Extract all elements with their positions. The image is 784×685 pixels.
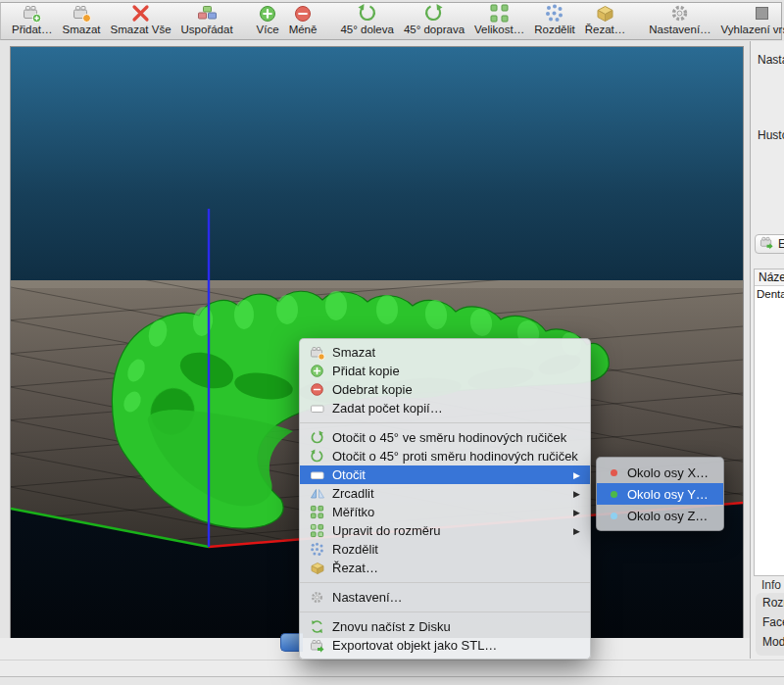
- menu-item-otocit-45-ccw[interactable]: Otočit o 45° proti směru hodinových ruči…: [300, 447, 590, 465]
- minus-circle-icon: [309, 382, 325, 398]
- mirror-icon: [309, 486, 325, 502]
- plus-circle-icon: [258, 3, 277, 24]
- toolbar-delete-button[interactable]: Smazat: [58, 2, 106, 37]
- submenu-item-label: Okolo osy Z…: [627, 509, 708, 523]
- toolbar-fewer-button[interactable]: Méně: [284, 2, 322, 37]
- copies-count-icon: [309, 401, 325, 416]
- context-menu: Smazat Přidat kopie Odebrat kopie Zadat …: [299, 338, 591, 660]
- reload-icon: [309, 619, 325, 635]
- delete-object-icon: [72, 3, 92, 24]
- toolbar-split-button[interactable]: Rozdělit: [529, 2, 580, 37]
- menu-item-smazat[interactable]: Smazat: [300, 343, 590, 362]
- toolbar-button-label: 45° doleva: [340, 24, 393, 36]
- menu-item-exportovat-stl[interactable]: Exportovat objekt jako STL…: [300, 636, 590, 655]
- submenu-arrow-icon: ▶: [573, 526, 580, 536]
- info-row-model: Mod: [756, 632, 784, 652]
- split-icon: [309, 542, 325, 558]
- rotate-right-icon: [423, 3, 444, 24]
- submenu-item-okolo-osy-z[interactable]: Okolo osy Z…: [597, 505, 723, 526]
- rotate-submenu: Okolo osy X… Okolo osy Y… Okolo osy Z…: [596, 457, 724, 531]
- toolbar-button-label: Velikost…: [474, 24, 524, 36]
- info-title: Info: [761, 578, 781, 592]
- rotate-cw-icon: [309, 430, 325, 446]
- cut-icon: [595, 3, 615, 24]
- toolbar-more-button[interactable]: Více: [252, 2, 284, 37]
- rotate-ccw-icon: [309, 449, 325, 465]
- menu-item-label: Odebrat kopie: [332, 382, 580, 397]
- submenu-item-label: Okolo osy Y…: [627, 487, 709, 502]
- menu-item-rezat[interactable]: Řezat…: [300, 559, 590, 577]
- toolbar-button-label: Uspořádat: [181, 24, 233, 36]
- gear-icon: [669, 3, 690, 24]
- minus-circle-icon: [293, 3, 313, 24]
- menu-item-upravit-do-rozmeru[interactable]: Upravit do rozměru ▶: [300, 521, 590, 540]
- submenu-item-label: Okolo osy X…: [627, 465, 709, 480]
- menu-item-label: Nastavení…: [332, 590, 580, 605]
- menu-item-meritko[interactable]: Měřítko ▶: [300, 503, 590, 521]
- menu-item-label: Řezat…: [332, 561, 580, 575]
- toolbar-cut-button[interactable]: Řezat…: [580, 2, 631, 37]
- menu-separator: [300, 582, 590, 583]
- menu-item-znovu-nacist[interactable]: Znovu načíst z Disku: [300, 617, 590, 636]
- axis-y-dot-icon: [611, 491, 617, 498]
- toolbar-button-label: Více: [257, 24, 279, 36]
- plus-circle-icon: [309, 364, 325, 379]
- axis-x-dot-icon: [611, 469, 617, 476]
- right-panel: Nastav Husto E Název Dental_ Info Rozm F…: [751, 41, 784, 659]
- scale-icon: [309, 505, 325, 520]
- toolbar-rotate-right-button[interactable]: 45° doprava: [399, 2, 469, 37]
- menu-item-nastaveni[interactable]: Nastavení…: [300, 588, 590, 607]
- menu-item-label: Exportovat objekt jako STL…: [332, 638, 580, 653]
- menu-item-label: Smazat: [332, 345, 580, 360]
- toolbar-layer-smoothing-button[interactable]: Vyhlazení vrstev: [716, 2, 784, 37]
- toolbar-rotate-left-button[interactable]: 45° doleva: [335, 2, 398, 37]
- toolbar-button-label: Smazat Vše: [111, 24, 172, 36]
- menu-item-label: Upravit do rozměru: [332, 523, 567, 538]
- toolbar-arrange-button[interactable]: Uspořádat: [176, 2, 238, 37]
- toolbar-button-label: Smazat: [63, 24, 101, 36]
- object-list-row[interactable]: Dental_: [755, 286, 784, 301]
- export-object-icon: [760, 235, 774, 253]
- bottom-divider: [0, 660, 784, 661]
- export-button-label: E: [778, 237, 784, 251]
- toolbar-button-label: Vyhlazení vrstev: [721, 24, 784, 36]
- menu-item-zadat-pocet-kopii[interactable]: Zadat počet kopií…: [300, 399, 590, 417]
- object-list[interactable]: Název Dental_: [754, 269, 784, 576]
- axis-z-dot-icon: [611, 513, 617, 519]
- submenu-arrow-icon: ▶: [573, 470, 580, 480]
- info-box: Rozm Face Mod: [756, 593, 784, 656]
- split-icon: [544, 3, 564, 24]
- menu-item-otocit[interactable]: Otočit ▶: [300, 465, 590, 484]
- menu-item-label: Zadat počet kopií…: [332, 401, 580, 416]
- menu-item-label: Otočit o 45° proti směru hodinových ruči…: [332, 449, 580, 464]
- toolbar-delete-all-button[interactable]: Smazat Vše: [106, 2, 176, 37]
- toolbar-button-label: Méně: [289, 24, 318, 36]
- toolbar-add-button[interactable]: Přidat…: [7, 2, 58, 37]
- menu-separator: [300, 422, 590, 423]
- export-button[interactable]: E: [755, 234, 784, 254]
- rotate-submenu-icon: [309, 467, 325, 483]
- menu-item-odebrat-kopie[interactable]: Odebrat kopie: [300, 380, 590, 399]
- menu-item-zrcadlit[interactable]: Zrcadlit ▶: [300, 484, 590, 503]
- scale-icon: [489, 3, 510, 24]
- menu-item-label: Otočit: [332, 467, 567, 482]
- menu-item-label: Otočit o 45° ve směru hodinových ručiček: [332, 430, 580, 445]
- submenu-item-okolo-osy-x[interactable]: Okolo osy X…: [597, 462, 723, 483]
- toolbar-scale-button[interactable]: Velikost…: [469, 2, 529, 37]
- menu-item-label: Zrcadlit: [332, 486, 567, 501]
- main-toolbar: Přidat… Smazat Smazat Vše Uspořádat Více…: [0, 2, 782, 40]
- menu-item-pridat-kopie[interactable]: Přidat kopie: [300, 362, 590, 380]
- menu-separator: [300, 612, 590, 612]
- delete-all-icon: [130, 3, 151, 24]
- arrange-icon: [197, 3, 218, 24]
- toolbar-settings-button[interactable]: Nastavení…: [644, 2, 715, 37]
- menu-item-label: Měřítko: [332, 505, 567, 519]
- add-object-icon: [22, 3, 42, 24]
- menu-item-rozdelit[interactable]: Rozdělit: [300, 540, 590, 559]
- submenu-item-okolo-osy-y[interactable]: Okolo osy Y…: [597, 483, 723, 505]
- density-label: Husto: [758, 128, 784, 142]
- menu-item-otocit-45-cw[interactable]: Otočit o 45° ve směru hodinových ručiček: [300, 428, 590, 447]
- layer-smoothing-icon: [752, 3, 772, 24]
- menu-item-label: Rozdělit: [332, 542, 580, 557]
- toolbar-button-label: 45° doprava: [404, 24, 465, 36]
